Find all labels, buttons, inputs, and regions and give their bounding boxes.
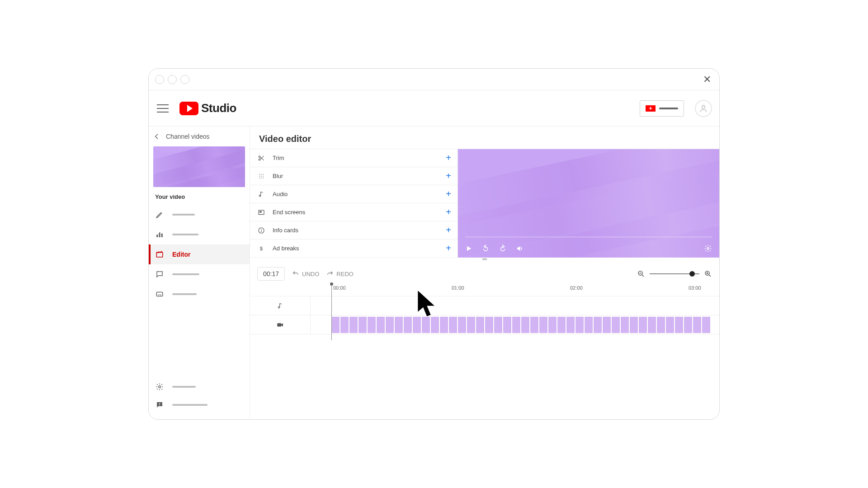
svg-rect-5 <box>156 292 163 296</box>
window-titlebar: ✕ <box>149 69 719 90</box>
svg-point-22 <box>261 178 262 178</box>
add-icon[interactable]: + <box>446 243 451 253</box>
tool-label: Blur <box>273 173 283 179</box>
sidebar-item-details[interactable] <box>149 205 250 225</box>
video-preview[interactable] <box>458 149 719 258</box>
end-screen-icon <box>256 209 266 216</box>
ruler-tick: 02:00 <box>570 285 583 291</box>
traffic-zoom-icon[interactable] <box>180 75 189 84</box>
ruler-tick: 00:00 <box>333 285 346 291</box>
hamburger-menu-icon[interactable] <box>157 104 169 113</box>
play-icon[interactable] <box>465 245 472 252</box>
dollar-icon: $ <box>256 245 266 252</box>
undo-icon <box>292 270 299 277</box>
sidebar-label-placeholder <box>172 386 196 388</box>
tool-label: Trim <box>273 155 284 161</box>
svg-point-11 <box>259 156 260 157</box>
svg-rect-26 <box>259 211 262 212</box>
timecode-input[interactable]: 00:17 <box>257 267 285 281</box>
svg-point-31 <box>707 248 709 250</box>
sidebar-item-settings[interactable] <box>149 378 250 396</box>
tools-panel: Trim + Blur + Audio <box>250 149 458 258</box>
tool-label: End screens <box>273 209 305 216</box>
zoom-out-icon[interactable] <box>637 270 645 278</box>
zoom-slider-thumb[interactable] <box>689 271 695 277</box>
player-controls <box>458 239 719 258</box>
create-button-label-placeholder <box>659 108 678 109</box>
sidebar-item-comments[interactable] <box>149 264 250 284</box>
tool-audio[interactable]: Audio + <box>250 185 458 203</box>
panel-resize-handle[interactable]: ═ <box>250 257 719 263</box>
svg-point-29 <box>261 229 262 230</box>
sidebar-item-editor[interactable]: Editor <box>149 244 250 264</box>
svg-point-17 <box>263 174 264 175</box>
svg-line-33 <box>642 275 644 277</box>
pencil-icon <box>155 210 164 219</box>
svg-rect-1 <box>156 235 158 237</box>
sidebar-item-feedback[interactable] <box>149 396 250 414</box>
sidebar-label-placeholder <box>172 404 208 406</box>
sidebar-label-placeholder <box>172 293 197 295</box>
tool-label: Info cards <box>273 227 298 234</box>
page-title: Video editor <box>250 127 719 149</box>
video-track[interactable] <box>250 315 719 334</box>
traffic-lights <box>155 75 189 84</box>
tool-info-cards[interactable]: Info cards + <box>250 221 458 239</box>
svg-rect-40 <box>277 323 281 327</box>
create-button[interactable] <box>640 100 684 117</box>
comment-icon <box>155 270 164 279</box>
tool-end-screens[interactable]: End screens + <box>250 203 458 221</box>
video-camera-icon <box>250 315 311 334</box>
undo-button[interactable]: UNDO <box>292 270 319 277</box>
svg-point-24 <box>259 195 260 196</box>
svg-point-15 <box>259 174 260 175</box>
zoom-in-icon[interactable] <box>704 270 712 278</box>
forward-icon[interactable] <box>499 244 507 253</box>
progress-bar[interactable] <box>465 237 712 237</box>
analytics-icon <box>155 230 164 239</box>
sidebar-label-placeholder <box>172 273 199 275</box>
svg-rect-2 <box>159 233 160 238</box>
tool-blur[interactable]: Blur + <box>250 167 458 185</box>
add-icon[interactable]: + <box>446 207 451 217</box>
app-bar: Studio <box>149 90 719 127</box>
your-video-label: Your video <box>149 187 250 205</box>
volume-icon[interactable] <box>516 244 524 253</box>
back-to-channel-videos[interactable]: Channel videos <box>149 127 250 146</box>
zoom-slider[interactable] <box>650 273 699 274</box>
add-icon[interactable]: + <box>446 153 451 163</box>
gear-icon <box>155 382 164 391</box>
subtitles-icon <box>155 290 164 299</box>
tool-trim[interactable]: Trim + <box>250 149 458 167</box>
svg-text:$: $ <box>260 246 263 251</box>
tool-ad-breaks[interactable]: $ Ad breaks + <box>250 239 458 258</box>
back-label: Channel videos <box>166 133 210 140</box>
traffic-close-icon[interactable] <box>155 75 164 84</box>
audio-track[interactable] <box>250 296 719 315</box>
gear-icon[interactable] <box>704 244 712 253</box>
traffic-minimize-icon[interactable] <box>168 75 177 84</box>
timeline-ruler[interactable]: 00:00 01:00 02:00 03:00 <box>250 283 719 296</box>
svg-point-8 <box>159 386 161 388</box>
add-icon[interactable]: + <box>446 189 451 199</box>
sidebar-item-subtitles[interactable] <box>149 284 250 304</box>
redo-button[interactable]: REDO <box>326 270 354 277</box>
svg-rect-3 <box>161 234 163 237</box>
sidebar-item-analytics[interactable] <box>149 225 250 244</box>
add-icon[interactable]: + <box>446 171 451 181</box>
ruler-tick: 01:00 <box>452 285 464 291</box>
close-icon[interactable]: ✕ <box>703 74 711 85</box>
camera-plus-icon <box>646 105 656 112</box>
playhead[interactable] <box>331 284 332 340</box>
arrow-left-icon <box>153 133 160 140</box>
video-track-clips[interactable] <box>311 315 719 334</box>
rewind-icon[interactable] <box>481 244 490 253</box>
add-icon[interactable]: + <box>446 225 451 235</box>
profile-avatar[interactable] <box>695 100 712 117</box>
svg-point-23 <box>263 178 264 178</box>
studio-logo[interactable]: Studio <box>179 101 236 115</box>
video-thumbnail[interactable] <box>153 146 245 187</box>
svg-point-20 <box>263 176 264 177</box>
sidebar-label-placeholder <box>172 214 195 216</box>
browser-window: ✕ Studio Channel videos Your video <box>148 68 720 420</box>
